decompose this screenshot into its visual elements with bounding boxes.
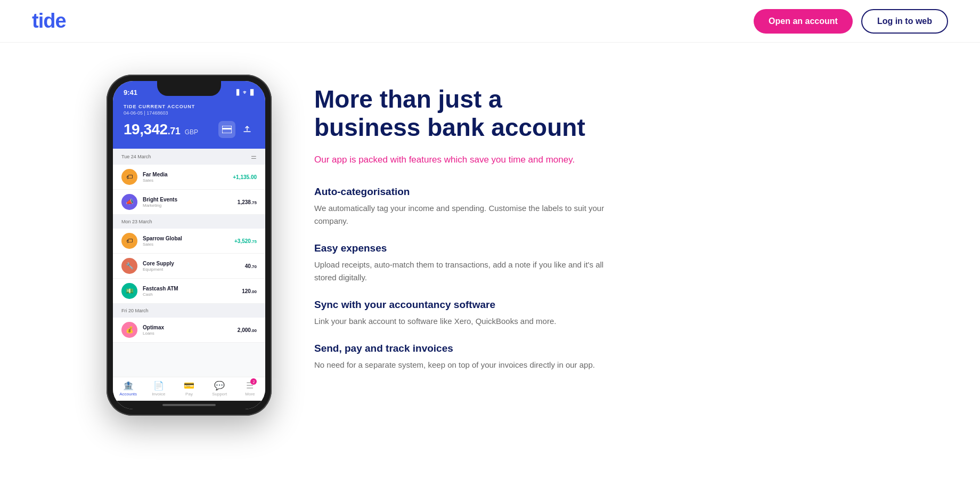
tx-category-4: Equipment [143,267,240,272]
svg-rect-1 [222,128,232,129]
tx-category-5: Cash [143,292,236,297]
filter-icon[interactable]: ⚌ [251,153,257,160]
date-label-tue: Tue 24 March [121,154,151,159]
balance-decimal: .71 [168,126,181,136]
tx-info-5: Fastcash ATM Cash [143,286,236,297]
accounts-icon: 🏦 [123,380,134,391]
feature-title-2: Easy expenses [314,242,612,254]
hero-subtitle: Our app is packed with features which sa… [314,152,612,167]
tx-info-3: Sparrow Global Sales [143,236,229,247]
tx-name-4: Core Supply [143,261,240,266]
tx-info-6: Optimax Loans [143,325,232,336]
nav-pay[interactable]: 💳 Pay [174,380,204,396]
tx-name-2: Bright Events [143,197,232,202]
tx-category-6: Loans [143,331,232,336]
transactions-list: Tue 24 March ⚌ 🏷 Far Media Sales +1,135.… [113,149,265,377]
tx-icon-2: 📣 [121,194,137,210]
account-label: TIDE CURRENT ACCOUNT [124,104,255,109]
home-bar [162,404,216,406]
nav-pay-label: Pay [185,392,193,396]
account-header: TIDE CURRENT ACCOUNT 04-06-05 | 17468603… [113,100,265,149]
wifi-icon: ᯤ [243,90,248,95]
tx-info-4: Core Supply Equipment [143,261,240,272]
transaction-item: 💰 Optimax Loans 2,000.00 [113,318,265,343]
tx-category-3: Sales [143,242,229,247]
tx-category-1: Sales [143,178,227,183]
feature-title-3: Sync with your accountancy software [314,299,612,311]
main-content: 9:41 ▋ ᯤ ▊ TIDE CURRENT ACCOUNT 04-06-05… [0,43,980,478]
hero-title: More than just a business bank account [314,85,612,142]
transaction-item: 🔧 Core Supply Equipment 40.70 [113,254,265,279]
balance-currency: GBP [185,128,198,136]
feature-auto-categorisation: Auto-categorisation We automatically tag… [314,186,612,228]
bottom-nav: 🏦 Accounts 📄 Invoice 💳 Pay 💬 Support [113,377,265,401]
tx-name-3: Sparrow Global [143,236,229,241]
tx-amount-5: 120.00 [242,288,257,294]
hero-subtitle-plain: Our app is packed with features which sa… [314,155,546,165]
feature-sync-accountancy: Sync with your accountancy software Link… [314,299,612,328]
transaction-item: 🏷 Far Media Sales +1,135.00 [113,165,265,190]
feature-desc-2: Upload receipts, auto-match them to tran… [314,258,612,284]
phone-device: 9:41 ▋ ᯤ ▊ TIDE CURRENT ACCOUNT 04-06-05… [107,75,272,416]
logo: tide [32,10,66,33]
tx-icon-6: 💰 [121,322,137,338]
tx-info-1: Far Media Sales [143,172,227,183]
tx-amount-4: 40.70 [245,263,257,269]
upload-icon [240,122,255,137]
more-badge-container: ☰ 2 [246,380,254,391]
tx-name-5: Fastcash ATM [143,286,236,291]
pay-icon: 💳 [184,380,194,391]
feature-title-1: Auto-categorisation [314,186,612,198]
support-icon: 💬 [214,380,225,391]
tx-amount-1: +1,135.00 [233,174,257,180]
tx-name-1: Far Media [143,172,227,177]
status-icons: ▋ ᯤ ▊ [236,90,255,95]
hero-subtitle-highlight: money [546,155,573,165]
status-time: 9:41 [124,88,137,96]
open-account-button[interactable]: Open an account [754,9,853,34]
signal-icon: ▋ [236,90,241,95]
phone-mockup: 9:41 ▋ ᯤ ▊ TIDE CURRENT ACCOUNT 04-06-05… [107,75,272,416]
home-indicator [113,401,265,409]
transaction-item: 🏷 Sparrow Global Sales +3,520.75 [113,229,265,254]
hero-content: More than just a business bank account O… [314,75,612,386]
nav-accounts-label: Accounts [119,392,137,396]
tx-icon-1: 🏷 [121,169,137,185]
phone-screen: 9:41 ▋ ᯤ ▊ TIDE CURRENT ACCOUNT 04-06-05… [113,81,265,409]
nav-support[interactable]: 💬 Support [205,380,235,396]
feature-invoices: Send, pay and track invoices No need for… [314,343,612,371]
date-label-fri: Fri 20 March [121,308,149,313]
feature-desc-3: Link your bank account to software like … [314,315,612,328]
date-label-mon: Mon 23 March [121,219,152,224]
tx-amount-3: +3,520.75 [234,238,257,244]
nav-invoice[interactable]: 📄 Invoice [143,380,174,396]
tx-icon-5: 💵 [121,283,137,299]
balance-main: 19,342 [124,121,168,137]
invoice-icon: 📄 [153,380,164,391]
date-header-mon: Mon 23 March [113,215,265,229]
transaction-item: 💵 Fastcash ATM Cash 120.00 [113,279,265,304]
feature-desc-4: No need for a separate system, keep on t… [314,359,612,371]
feature-easy-expenses: Easy expenses Upload receipts, auto-matc… [314,242,612,284]
nav-more[interactable]: ☰ 2 More [235,380,265,396]
date-header-fri: Fri 20 March [113,304,265,318]
battery-icon: ▊ [250,90,255,95]
header: tide Open an account Log in to web [0,0,980,43]
tx-category-2: Marketing [143,203,232,208]
account-number: 04-06-05 | 17468603 [124,110,255,116]
tx-icon-3: 🏷 [121,233,137,249]
hero-subtitle-end: . [572,155,575,165]
nav-accounts[interactable]: 🏦 Accounts [113,380,143,396]
phone-notch [157,81,221,96]
nav-invoice-label: Invoice [152,392,165,396]
nav-more-label: More [245,392,255,396]
date-header-tue: Tue 24 March ⚌ [113,149,265,165]
feature-title-4: Send, pay and track invoices [314,343,612,354]
header-actions: Open an account Log in to web [754,9,948,34]
nav-support-label: Support [212,392,227,396]
balance-row: 19,342.71 GBP [124,121,255,138]
tx-amount-2: 1,238.75 [238,199,257,205]
tx-icon-4: 🔧 [121,258,137,274]
more-badge: 2 [250,378,257,385]
login-button[interactable]: Log in to web [861,9,948,34]
